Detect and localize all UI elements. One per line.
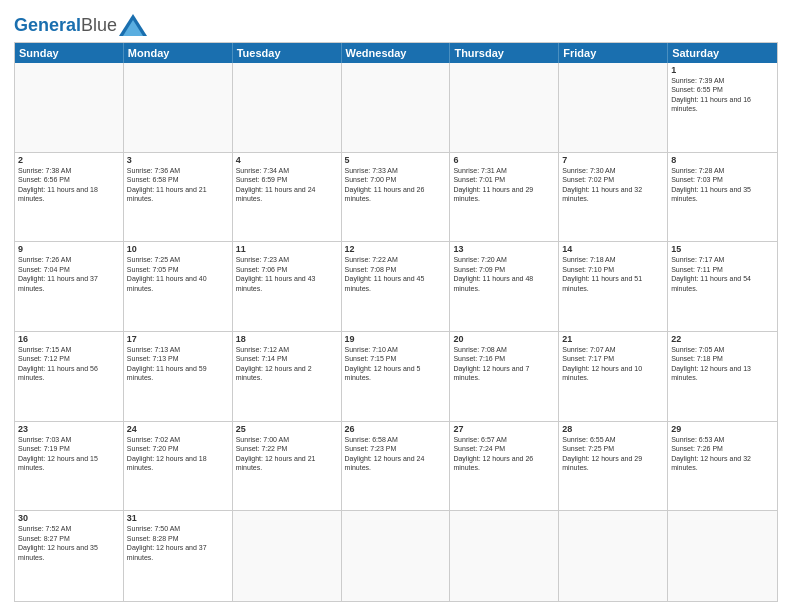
day-number: 22	[671, 334, 774, 344]
day-number: 21	[562, 334, 664, 344]
day-number: 15	[671, 244, 774, 254]
day-number: 27	[453, 424, 555, 434]
day-number: 13	[453, 244, 555, 254]
day-info: Sunrise: 7:13 AM Sunset: 7:13 PM Dayligh…	[127, 345, 229, 383]
day-info: Sunrise: 7:03 AM Sunset: 7:19 PM Dayligh…	[18, 435, 120, 473]
day-info: Sunrise: 7:15 AM Sunset: 7:12 PM Dayligh…	[18, 345, 120, 383]
day-number: 6	[453, 155, 555, 165]
calendar-cell: 15Sunrise: 7:17 AM Sunset: 7:11 PM Dayli…	[668, 242, 777, 331]
day-info: Sunrise: 6:55 AM Sunset: 7:25 PM Dayligh…	[562, 435, 664, 473]
calendar-cell: 19Sunrise: 7:10 AM Sunset: 7:15 PM Dayli…	[342, 332, 451, 421]
calendar-cell: 18Sunrise: 7:12 AM Sunset: 7:14 PM Dayli…	[233, 332, 342, 421]
calendar-row: 30Sunrise: 7:52 AM Sunset: 8:27 PM Dayli…	[15, 511, 777, 601]
calendar-cell	[124, 63, 233, 152]
calendar-cell: 22Sunrise: 7:05 AM Sunset: 7:18 PM Dayli…	[668, 332, 777, 421]
day-number: 8	[671, 155, 774, 165]
calendar-cell: 20Sunrise: 7:08 AM Sunset: 7:16 PM Dayli…	[450, 332, 559, 421]
day-number: 26	[345, 424, 447, 434]
day-info: Sunrise: 7:18 AM Sunset: 7:10 PM Dayligh…	[562, 255, 664, 293]
calendar-cell	[450, 511, 559, 601]
day-info: Sunrise: 7:34 AM Sunset: 6:59 PM Dayligh…	[236, 166, 338, 204]
calendar-cell	[559, 63, 668, 152]
calendar-cell: 23Sunrise: 7:03 AM Sunset: 7:19 PM Dayli…	[15, 422, 124, 511]
day-info: Sunrise: 6:58 AM Sunset: 7:23 PM Dayligh…	[345, 435, 447, 473]
day-info: Sunrise: 6:53 AM Sunset: 7:26 PM Dayligh…	[671, 435, 774, 473]
day-info: Sunrise: 7:26 AM Sunset: 7:04 PM Dayligh…	[18, 255, 120, 293]
day-number: 23	[18, 424, 120, 434]
calendar-cell	[559, 511, 668, 601]
day-number: 5	[345, 155, 447, 165]
calendar-row: 2Sunrise: 7:38 AM Sunset: 6:56 PM Daylig…	[15, 153, 777, 243]
day-info: Sunrise: 7:10 AM Sunset: 7:15 PM Dayligh…	[345, 345, 447, 383]
calendar-cell: 26Sunrise: 6:58 AM Sunset: 7:23 PM Dayli…	[342, 422, 451, 511]
day-info: Sunrise: 7:05 AM Sunset: 7:18 PM Dayligh…	[671, 345, 774, 383]
calendar-cell: 28Sunrise: 6:55 AM Sunset: 7:25 PM Dayli…	[559, 422, 668, 511]
day-number: 10	[127, 244, 229, 254]
calendar-cell: 11Sunrise: 7:23 AM Sunset: 7:06 PM Dayli…	[233, 242, 342, 331]
day-info: Sunrise: 7:36 AM Sunset: 6:58 PM Dayligh…	[127, 166, 229, 204]
header-day-saturday: Saturday	[668, 43, 777, 63]
day-info: Sunrise: 7:17 AM Sunset: 7:11 PM Dayligh…	[671, 255, 774, 293]
calendar-cell	[15, 63, 124, 152]
day-info: Sunrise: 7:38 AM Sunset: 6:56 PM Dayligh…	[18, 166, 120, 204]
calendar-cell	[450, 63, 559, 152]
calendar-cell	[342, 63, 451, 152]
day-number: 2	[18, 155, 120, 165]
calendar-cell: 13Sunrise: 7:20 AM Sunset: 7:09 PM Dayli…	[450, 242, 559, 331]
calendar-cell: 6Sunrise: 7:31 AM Sunset: 7:01 PM Daylig…	[450, 153, 559, 242]
day-info: Sunrise: 7:28 AM Sunset: 7:03 PM Dayligh…	[671, 166, 774, 204]
calendar-cell: 25Sunrise: 7:00 AM Sunset: 7:22 PM Dayli…	[233, 422, 342, 511]
calendar-cell: 9Sunrise: 7:26 AM Sunset: 7:04 PM Daylig…	[15, 242, 124, 331]
day-info: Sunrise: 7:00 AM Sunset: 7:22 PM Dayligh…	[236, 435, 338, 473]
calendar-header: SundayMondayTuesdayWednesdayThursdayFrid…	[15, 43, 777, 63]
calendar-row: 1Sunrise: 7:39 AM Sunset: 6:55 PM Daylig…	[15, 63, 777, 153]
calendar-cell	[668, 511, 777, 601]
calendar-cell: 29Sunrise: 6:53 AM Sunset: 7:26 PM Dayli…	[668, 422, 777, 511]
calendar-cell: 21Sunrise: 7:07 AM Sunset: 7:17 PM Dayli…	[559, 332, 668, 421]
calendar-cell: 5Sunrise: 7:33 AM Sunset: 7:00 PM Daylig…	[342, 153, 451, 242]
day-number: 14	[562, 244, 664, 254]
calendar-cell: 8Sunrise: 7:28 AM Sunset: 7:03 PM Daylig…	[668, 153, 777, 242]
calendar: SundayMondayTuesdayWednesdayThursdayFrid…	[14, 42, 778, 602]
calendar-cell: 16Sunrise: 7:15 AM Sunset: 7:12 PM Dayli…	[15, 332, 124, 421]
day-number: 25	[236, 424, 338, 434]
day-number: 30	[18, 513, 120, 523]
calendar-cell: 30Sunrise: 7:52 AM Sunset: 8:27 PM Dayli…	[15, 511, 124, 601]
calendar-row: 23Sunrise: 7:03 AM Sunset: 7:19 PM Dayli…	[15, 422, 777, 512]
day-number: 12	[345, 244, 447, 254]
calendar-cell: 27Sunrise: 6:57 AM Sunset: 7:24 PM Dayli…	[450, 422, 559, 511]
day-number: 3	[127, 155, 229, 165]
calendar-cell	[342, 511, 451, 601]
day-info: Sunrise: 7:20 AM Sunset: 7:09 PM Dayligh…	[453, 255, 555, 293]
day-info: Sunrise: 6:57 AM Sunset: 7:24 PM Dayligh…	[453, 435, 555, 473]
calendar-cell	[233, 63, 342, 152]
day-number: 11	[236, 244, 338, 254]
day-info: Sunrise: 7:22 AM Sunset: 7:08 PM Dayligh…	[345, 255, 447, 293]
day-number: 20	[453, 334, 555, 344]
calendar-cell: 3Sunrise: 7:36 AM Sunset: 6:58 PM Daylig…	[124, 153, 233, 242]
day-info: Sunrise: 7:31 AM Sunset: 7:01 PM Dayligh…	[453, 166, 555, 204]
day-info: Sunrise: 7:02 AM Sunset: 7:20 PM Dayligh…	[127, 435, 229, 473]
day-info: Sunrise: 7:52 AM Sunset: 8:27 PM Dayligh…	[18, 524, 120, 562]
day-number: 4	[236, 155, 338, 165]
day-info: Sunrise: 7:33 AM Sunset: 7:00 PM Dayligh…	[345, 166, 447, 204]
day-number: 31	[127, 513, 229, 523]
day-number: 17	[127, 334, 229, 344]
calendar-body: 1Sunrise: 7:39 AM Sunset: 6:55 PM Daylig…	[15, 63, 777, 601]
day-number: 24	[127, 424, 229, 434]
day-number: 18	[236, 334, 338, 344]
header-day-monday: Monday	[124, 43, 233, 63]
day-info: Sunrise: 7:30 AM Sunset: 7:02 PM Dayligh…	[562, 166, 664, 204]
day-number: 9	[18, 244, 120, 254]
logo-text: GeneralBlue	[14, 15, 117, 36]
calendar-page: GeneralBlue SundayMondayTuesdayWednesday…	[0, 0, 792, 612]
header-day-thursday: Thursday	[450, 43, 559, 63]
calendar-cell: 14Sunrise: 7:18 AM Sunset: 7:10 PM Dayli…	[559, 242, 668, 331]
calendar-cell: 12Sunrise: 7:22 AM Sunset: 7:08 PM Dayli…	[342, 242, 451, 331]
calendar-row: 16Sunrise: 7:15 AM Sunset: 7:12 PM Dayli…	[15, 332, 777, 422]
calendar-cell: 4Sunrise: 7:34 AM Sunset: 6:59 PM Daylig…	[233, 153, 342, 242]
logo-icon	[119, 14, 147, 36]
header-day-friday: Friday	[559, 43, 668, 63]
calendar-cell: 31Sunrise: 7:50 AM Sunset: 8:28 PM Dayli…	[124, 511, 233, 601]
day-number: 28	[562, 424, 664, 434]
